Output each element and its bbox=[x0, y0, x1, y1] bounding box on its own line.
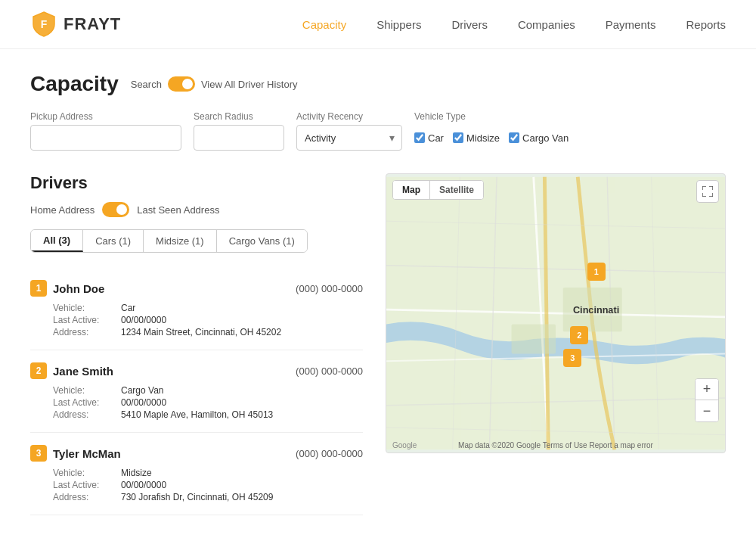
nav-link-shippers[interactable]: Shippers bbox=[376, 18, 421, 31]
driver-2-vehicle: Cargo Van bbox=[121, 385, 363, 396]
activity-recency-select-wrap: Activity Today This Week bbox=[296, 125, 402, 151]
search-radius-label: Search Radius bbox=[194, 111, 284, 122]
tab-cars[interactable]: Cars (1) bbox=[83, 230, 144, 252]
search-toggle-wrap: Search View All Driver History bbox=[131, 76, 298, 92]
driver-2-header: 2 Jane Smith (000) 000-0000 bbox=[30, 362, 363, 379]
map-btn-map[interactable]: Map bbox=[393, 181, 430, 199]
map-toolbar: Map Satellite bbox=[392, 180, 484, 200]
nav-link-drivers[interactable]: Drivers bbox=[451, 18, 488, 31]
map-fullscreen-button[interactable] bbox=[696, 180, 719, 203]
map-btn-satellite[interactable]: Satellite bbox=[430, 181, 483, 199]
driver-1-active: 00/00/0000 bbox=[121, 315, 363, 325]
page-title: Capacity bbox=[30, 72, 119, 96]
driver-1-details: Vehicle: Car Last Active: 00/00/0000 Add… bbox=[53, 303, 363, 337]
driver-1-vehicle: Car bbox=[121, 303, 363, 313]
activity-recency-label: Activity Recency bbox=[296, 111, 402, 122]
address-toggle-slider bbox=[102, 202, 129, 217]
vehicle-car-checkbox-item[interactable]: Car bbox=[414, 132, 444, 144]
driver-3-details: Vehicle: Midsize Last Active: 00/00/0000… bbox=[53, 468, 363, 502]
driver-list: 1 John Doe (000) 000-0000 Vehicle: Car L… bbox=[30, 268, 363, 515]
svg-text:F: F bbox=[41, 18, 48, 30]
google-logo: Google bbox=[392, 441, 417, 449]
vehicle-midsize-checkbox[interactable] bbox=[453, 132, 463, 143]
pickup-address-filter: Pickup Address bbox=[30, 111, 181, 151]
home-address-label: Home Address bbox=[30, 204, 94, 216]
driver-3-vehicle-label: Vehicle: bbox=[53, 468, 121, 478]
driver-1-header: 1 John Doe (000) 000-0000 bbox=[30, 280, 363, 297]
driver-2-badge: 2 bbox=[30, 362, 47, 379]
map-marker-2[interactable]: 2 bbox=[570, 326, 588, 344]
page-content: Capacity Search View All Driver History … bbox=[0, 49, 756, 538]
vehicle-car-label: Car bbox=[428, 132, 444, 144]
vehicle-car-checkbox[interactable] bbox=[414, 132, 425, 143]
vehicle-checkboxes: Car Midsize Cargo Van bbox=[414, 125, 569, 151]
driver-2-address-label: Address: bbox=[53, 409, 121, 420]
toggle-slider bbox=[168, 76, 195, 92]
driver-3-vehicle: Midsize bbox=[121, 468, 363, 478]
pickup-address-label: Pickup Address bbox=[30, 111, 181, 122]
driver-1-address: 1234 Main Street, Cincinnati, OH 45202 bbox=[121, 327, 363, 337]
filters-row: Pickup Address Search Radius Activity Re… bbox=[30, 111, 726, 151]
map-background: Cincinnati bbox=[386, 174, 725, 452]
driver-2-active: 00/00/0000 bbox=[121, 397, 363, 408]
address-toggle-row: Home Address Last Seen Address bbox=[30, 202, 363, 217]
driver-3-address-label: Address: bbox=[53, 492, 121, 502]
navbar: F FRAYT Capacity Shippers Drivers Compan… bbox=[0, 0, 756, 49]
logo-icon: F bbox=[30, 11, 57, 38]
vehicle-cargovan-checkbox-item[interactable]: Cargo Van bbox=[509, 132, 569, 144]
driver-2-address: 5410 Maple Ave, Hamilton, OH 45013 bbox=[121, 409, 363, 420]
main-content: Drivers Home Address Last Seen Address A… bbox=[30, 173, 726, 515]
map-marker-3[interactable]: 3 bbox=[563, 349, 581, 367]
driver-3-active: 00/00/0000 bbox=[121, 480, 363, 490]
vehicle-cargovan-label: Cargo Van bbox=[522, 132, 569, 144]
svg-text:Cincinnati: Cincinnati bbox=[573, 305, 619, 316]
driver-item-2: 2 Jane Smith (000) 000-0000 Vehicle: Car… bbox=[30, 350, 363, 433]
nav-link-capacity[interactable]: Capacity bbox=[302, 18, 346, 31]
activity-recency-select[interactable]: Activity Today This Week bbox=[296, 125, 402, 151]
vehicle-midsize-checkbox-item[interactable]: Midsize bbox=[453, 132, 500, 144]
map-zoom-out[interactable]: − bbox=[696, 400, 718, 421]
search-radius-filter: Search Radius bbox=[194, 111, 284, 151]
driver-2-details: Vehicle: Cargo Van Last Active: 00/00/00… bbox=[53, 385, 363, 420]
driver-tabs: All (3) Cars (1) Midsize (1) Cargo Vans … bbox=[30, 229, 308, 253]
tab-cargo-vans[interactable]: Cargo Vans (1) bbox=[217, 230, 307, 252]
map-zoom-in[interactable]: + bbox=[696, 379, 718, 400]
driver-3-header: 3 Tyler McMan (000) 000-0000 bbox=[30, 445, 363, 462]
vehicle-midsize-label: Midsize bbox=[466, 132, 500, 144]
nav-link-payments[interactable]: Payments bbox=[606, 18, 656, 31]
search-toggle[interactable] bbox=[168, 76, 195, 92]
driver-1-vehicle-label: Vehicle: bbox=[53, 303, 121, 313]
nav-link-companies[interactable]: Companies bbox=[518, 18, 575, 31]
driver-2-name: Jane Smith bbox=[53, 365, 113, 378]
driver-2-name-wrap: 2 Jane Smith bbox=[30, 362, 113, 379]
driver-1-name: John Doe bbox=[53, 282, 104, 295]
svg-rect-10 bbox=[512, 325, 556, 354]
driver-2-vehicle-label: Vehicle: bbox=[53, 385, 121, 396]
pickup-address-input[interactable] bbox=[30, 125, 181, 151]
logo[interactable]: F FRAYT bbox=[30, 11, 121, 38]
map-container[interactable]: Cincinnati Map Satellite bbox=[386, 173, 726, 453]
driver-3-name: Tyler McMan bbox=[53, 447, 121, 460]
nav-link-reports[interactable]: Reports bbox=[686, 18, 726, 31]
driver-item-1: 1 John Doe (000) 000-0000 Vehicle: Car L… bbox=[30, 268, 363, 350]
search-radius-input[interactable] bbox=[194, 125, 284, 151]
tab-all[interactable]: All (3) bbox=[31, 230, 83, 252]
view-history-label: View All Driver History bbox=[201, 79, 298, 90]
driver-1-active-label: Last Active: bbox=[53, 315, 121, 325]
map-marker-1[interactable]: 1 bbox=[587, 263, 606, 281]
drivers-title: Drivers bbox=[30, 173, 363, 193]
driver-1-name-wrap: 1 John Doe bbox=[30, 280, 104, 297]
drivers-panel: Drivers Home Address Last Seen Address A… bbox=[30, 173, 363, 515]
vehicle-cargovan-checkbox[interactable] bbox=[509, 132, 519, 143]
tab-midsize[interactable]: Midsize (1) bbox=[144, 230, 217, 252]
address-toggle[interactable] bbox=[102, 202, 129, 217]
logo-text: FRAYT bbox=[64, 14, 121, 34]
driver-2-phone: (000) 000-0000 bbox=[296, 365, 363, 377]
driver-3-name-wrap: 3 Tyler McMan bbox=[30, 445, 121, 462]
driver-3-active-label: Last Active: bbox=[53, 480, 121, 490]
driver-1-address-label: Address: bbox=[53, 327, 121, 337]
last-seen-label: Last Seen Address bbox=[137, 204, 219, 216]
activity-recency-filter: Activity Recency Activity Today This Wee… bbox=[296, 111, 402, 151]
nav-links: Capacity Shippers Drivers Companies Paym… bbox=[302, 18, 726, 31]
map-zoom-controls: + − bbox=[695, 378, 719, 422]
